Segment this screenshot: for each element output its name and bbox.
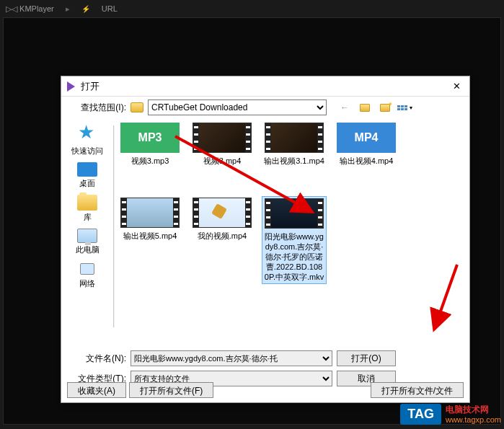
dialog-titlebar: 打开 ✕	[61, 76, 469, 97]
favorites-button[interactable]: 收藏夹(A)	[67, 382, 126, 398]
file-item[interactable]: 输出视频5.mp4	[118, 196, 182, 284]
file-name: 输出视频5.mp4	[123, 231, 177, 241]
file-item[interactable]: 输出视频3.1.mp4	[262, 121, 327, 167]
file-name: 输出视频3.1.mp4	[264, 156, 324, 166]
network-icon	[77, 261, 97, 277]
file-name: 输出视频4.mp4	[340, 156, 394, 166]
file-item[interactable]: 我的视频.mp4	[190, 196, 255, 284]
app-triangle-icon	[67, 81, 75, 92]
sidebar-library[interactable]: 库	[66, 193, 109, 224]
filename-label: 文件名(N):	[67, 353, 126, 365]
view-mode-button[interactable]: ▼	[397, 100, 413, 115]
close-button[interactable]: ✕	[449, 79, 464, 94]
watermark: TAG 电脑技术网 www.tagxp.com	[400, 404, 501, 425]
file-item[interactable]: 视频3.mp4	[190, 121, 255, 167]
folder-icon	[131, 102, 143, 112]
lookup-label: 查找范围(I):	[67, 102, 126, 114]
new-folder-button[interactable]: ✦	[377, 100, 393, 115]
filename-input[interactable]: 阳光电影www.ygdy8.com.吉尔莫·德尔·托	[131, 350, 332, 366]
file-item-selected[interactable]: 阳光电影www.ygdy8.com.吉尔莫·德尔·托罗的匹诺曹.2022.BD.…	[262, 196, 327, 284]
file-item[interactable]: MP4 输出视频4.mp4	[334, 121, 399, 167]
lookup-select[interactable]: CRTubeGet Downloaded	[148, 99, 327, 115]
star-icon	[77, 124, 97, 144]
watermark-line1: 电脑技术网	[446, 404, 501, 415]
video-thumbnail-icon	[193, 198, 252, 228]
sidebar-desktop[interactable]: 桌面	[66, 161, 109, 190]
sidebar-network[interactable]: 网络	[66, 260, 109, 291]
video-thumbnail-icon	[120, 198, 180, 228]
desktop-icon	[77, 162, 97, 177]
nav-up-button[interactable]	[357, 100, 373, 115]
file-list[interactable]: MP3 视频3.mp3 视频3.mp4 输出视频3.1.mp4 MP4	[115, 118, 469, 345]
file-name: 视频3.mp3	[131, 156, 169, 166]
kmplayer-titlebar: ▷◁ KMPlayer ▸ ⚡ URL	[0, 0, 123, 17]
app-name: ▷◁ KMPlayer	[6, 4, 54, 14]
lightning-icon[interactable]: ⚡	[81, 5, 90, 13]
watermark-line2: www.tagxp.com	[446, 415, 501, 425]
video-thumbnail-icon	[265, 123, 324, 153]
open-button[interactable]: 打开(O)	[337, 350, 396, 366]
file-item[interactable]: MP3 视频3.mp3	[118, 121, 182, 167]
watermark-tag: TAG	[400, 404, 441, 425]
nav-back-button[interactable]: ←	[337, 100, 353, 115]
mp4-badge-icon: MP4	[337, 123, 396, 153]
library-folder-icon	[77, 195, 97, 211]
sidebar-quick-access[interactable]: 快速访问	[66, 123, 109, 158]
file-name: 阳光电影www.ygdy8.com.吉尔莫·德尔·托罗的匹诺曹.2022.BD.…	[264, 231, 324, 282]
open-all-folder-button[interactable]: 打开所有文件/文件	[371, 382, 464, 398]
file-name: 我的视频.mp4	[198, 231, 247, 241]
url-menu[interactable]: URL	[102, 4, 118, 13]
monitor-icon	[77, 229, 97, 243]
lookup-row: 查找范围(I): CRTubeGet Downloaded ← ✦ ▼	[61, 97, 469, 118]
places-sidebar: 快速访问 桌面 库 此电脑 网络	[61, 118, 113, 345]
video-thumbnail-icon	[265, 198, 324, 229]
open-all-files-button[interactable]: 打开所有文件(F)	[129, 382, 213, 398]
chevron-down-icon: ▼	[409, 105, 414, 110]
arrow-divider-icon: ▸	[66, 4, 70, 14]
mp3-badge-icon: MP3	[120, 123, 180, 153]
open-file-dialog: 打开 ✕ 查找范围(I): CRTubeGet Downloaded ← ✦ ▼…	[61, 76, 470, 403]
sidebar-this-pc[interactable]: 此电脑	[66, 227, 109, 257]
file-name: 视频3.mp4	[203, 156, 242, 166]
video-thumbnail-icon	[193, 123, 252, 153]
dialog-title: 打开	[81, 80, 449, 93]
